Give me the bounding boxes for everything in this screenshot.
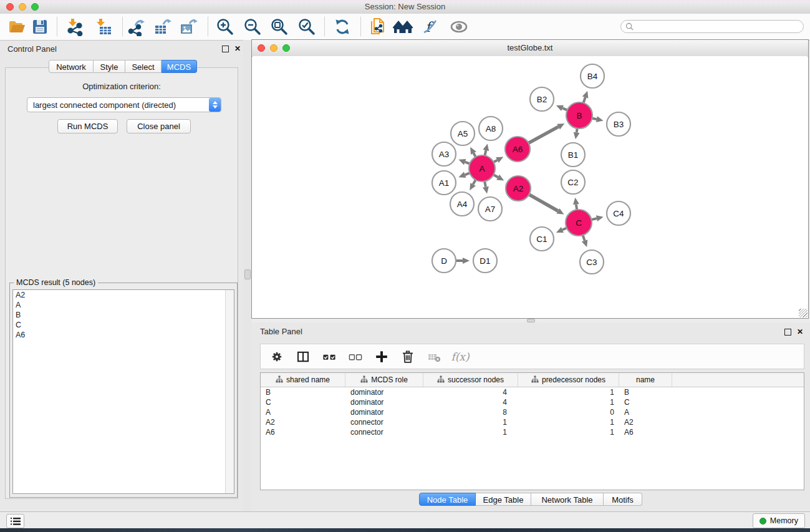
- deselect-all-icon[interactable]: [347, 348, 364, 365]
- export-network-icon[interactable]: [126, 16, 147, 37]
- cell-successor-nodes[interactable]: 8: [423, 407, 518, 417]
- import-network-icon[interactable]: [64, 16, 85, 37]
- cell-mcds-role[interactable]: dominator: [345, 407, 423, 417]
- cell-shared-name[interactable]: A2: [261, 417, 345, 427]
- criterion-dropdown[interactable]: largest connected component (directed): [27, 97, 221, 112]
- cell-mcds-role[interactable]: connector: [345, 417, 423, 427]
- table-row[interactable]: Cdominator41C: [261, 397, 804, 407]
- zoom-selected-icon[interactable]: [296, 16, 317, 37]
- table-row[interactable]: Bdominator41B: [261, 387, 804, 397]
- cell-successor-nodes[interactable]: 4: [423, 397, 518, 407]
- search-input[interactable]: [634, 21, 803, 32]
- zoom-fit-icon[interactable]: [269, 16, 290, 37]
- table-tab-network-table[interactable]: Network Table: [531, 493, 604, 506]
- cell-successor-nodes[interactable]: 4: [423, 387, 518, 397]
- cell-name[interactable]: C: [619, 397, 672, 407]
- delete-table-icon[interactable]: [425, 348, 443, 365]
- cell-name[interactable]: A6: [619, 427, 672, 437]
- close-table-panel-icon[interactable]: ✕: [797, 329, 803, 336]
- task-history-button[interactable]: [6, 514, 24, 528]
- vertical-splitter[interactable]: [243, 40, 251, 511]
- cell-predecessor-nodes[interactable]: 1: [518, 417, 619, 427]
- result-item[interactable]: A6: [13, 330, 234, 340]
- result-item[interactable]: A2: [13, 290, 234, 300]
- eye-icon[interactable]: [448, 16, 470, 37]
- mcds-result-list[interactable]: A2ABCA6: [12, 289, 234, 494]
- zoom-out-icon[interactable]: [242, 16, 263, 37]
- table-tab-motifs[interactable]: Motifs: [604, 493, 642, 506]
- result-item[interactable]: C: [13, 320, 234, 330]
- edge-A6-B[interactable]: [528, 127, 559, 143]
- zoom-in-icon[interactable]: [215, 16, 236, 37]
- column-header-filler: [672, 373, 804, 387]
- cell-shared-name[interactable]: B: [261, 387, 345, 397]
- float-panel-icon[interactable]: [222, 46, 229, 52]
- result-item[interactable]: A: [13, 300, 234, 310]
- horizontal-splitter[interactable]: [251, 319, 810, 322]
- resize-grip[interactable]: [799, 309, 808, 317]
- document-network-icon[interactable]: [367, 16, 388, 37]
- cell-predecessor-nodes[interactable]: 1: [518, 397, 619, 407]
- splitter-handle[interactable]: [527, 319, 535, 322]
- column-header-name[interactable]: name: [619, 373, 672, 387]
- export-image-icon[interactable]: [178, 16, 200, 37]
- save-session-icon[interactable]: [29, 16, 51, 37]
- column-header-mcds-role[interactable]: MCDS role: [345, 373, 423, 387]
- node-label-B2: B2: [537, 95, 547, 104]
- function-slash-icon[interactable]: f: [420, 16, 441, 37]
- column-header-successor-nodes[interactable]: successor nodes: [423, 373, 518, 387]
- tab-network[interactable]: Network: [49, 60, 94, 73]
- cell-mcds-role[interactable]: dominator: [345, 397, 423, 407]
- cell-predecessor-nodes[interactable]: 1: [518, 387, 619, 397]
- cell-successor-nodes[interactable]: 1: [423, 427, 518, 437]
- cell-shared-name[interactable]: C: [261, 397, 345, 407]
- select-all-icon[interactable]: [321, 348, 338, 365]
- table-tab-node-table[interactable]: Node Table: [419, 493, 476, 506]
- table-tab-edge-table[interactable]: Edge Table: [476, 493, 531, 506]
- refresh-icon[interactable]: [332, 16, 353, 37]
- splitter-handle[interactable]: [244, 269, 251, 279]
- cell-predecessor-nodes[interactable]: 0: [518, 407, 619, 417]
- cell-predecessor-nodes[interactable]: 1: [518, 427, 619, 437]
- gear-icon[interactable]: [268, 348, 286, 365]
- add-column-icon[interactable]: [373, 348, 390, 365]
- run-mcds-button[interactable]: Run MCDS: [57, 119, 118, 133]
- close-panel-button[interactable]: Close panel: [127, 119, 191, 133]
- open-session-icon[interactable]: [6, 16, 27, 37]
- cell-shared-name[interactable]: A6: [261, 427, 345, 437]
- import-table-icon[interactable]: [93, 16, 114, 37]
- cell-name[interactable]: A: [619, 407, 672, 417]
- network-canvas[interactable]: B4B2BB3A8A5A6A3B1AC2A1A2A4A7C4CC1DD1C3: [253, 56, 808, 318]
- node-label-C2: C2: [567, 178, 578, 187]
- arrowhead-icon: [596, 215, 604, 221]
- home-icon[interactable]: [393, 16, 414, 37]
- table-row[interactable]: Adominator80A: [261, 407, 804, 417]
- cell-shared-name[interactable]: A: [261, 407, 345, 417]
- column-header-predecessor-nodes[interactable]: predecessor nodes: [518, 373, 619, 387]
- memory-button[interactable]: Memory: [753, 513, 805, 528]
- function-builder-icon[interactable]: f(x): [451, 348, 469, 365]
- tab-select[interactable]: Select: [125, 60, 162, 73]
- network-graph[interactable]: B4B2BB3A8A5A6A3B1AC2A1A2A4A7C4CC1DD1C3: [253, 56, 808, 318]
- float-table-panel-icon[interactable]: [784, 329, 791, 336]
- node-label-B3: B3: [614, 120, 624, 129]
- column-header-shared-name[interactable]: shared name: [261, 373, 345, 387]
- cell-successor-nodes[interactable]: 1: [423, 417, 518, 427]
- cell-name[interactable]: B: [619, 387, 672, 397]
- table-row[interactable]: A2connector11A2: [261, 417, 804, 427]
- split-table-icon[interactable]: [294, 348, 312, 365]
- cell-name[interactable]: A2: [619, 417, 672, 427]
- search-field[interactable]: [620, 20, 804, 33]
- table-row[interactable]: A6connector11A6: [261, 427, 804, 437]
- delete-icon[interactable]: [399, 348, 417, 365]
- cell-mcds-role[interactable]: connector: [345, 427, 423, 437]
- result-item[interactable]: B: [13, 310, 234, 320]
- tab-mcds[interactable]: MCDS: [162, 60, 197, 73]
- result-list-scrollbar[interactable]: [225, 290, 234, 493]
- node-table[interactable]: shared nameMCDS rolesuccessor nodesprede…: [260, 372, 804, 490]
- cell-mcds-role[interactable]: dominator: [345, 387, 423, 397]
- tab-style[interactable]: Style: [94, 60, 125, 73]
- edge-A2-C[interactable]: [528, 194, 558, 211]
- close-panel-icon[interactable]: ✕: [234, 46, 241, 52]
- export-table-icon[interactable]: [152, 16, 173, 37]
